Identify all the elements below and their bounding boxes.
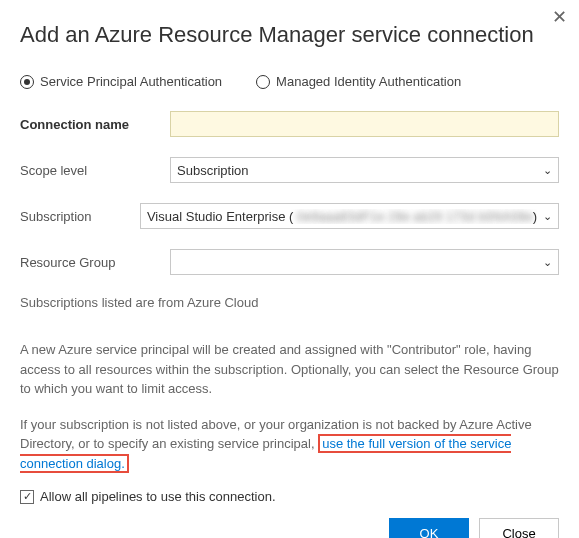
allow-pipelines-checkbox[interactable]: ✓ Allow all pipelines to use this connec… [20,489,559,504]
subscription-value: Visual Studio Enterprise ( 0e9aaa83dF1e … [147,209,537,224]
scope-level-value: Subscription [177,163,249,178]
connection-name-input[interactable] [170,111,559,137]
principal-note: A new Azure service principal will be cr… [20,340,559,399]
chevron-down-icon: ⌄ [543,164,552,177]
radio-service-principal[interactable]: Service Principal Authentication [20,74,222,89]
cloud-note: Subscriptions listed are from Azure Clou… [20,295,559,310]
dialog-buttons: OK Close [20,518,559,538]
radio-service-principal-label: Service Principal Authentication [40,74,222,89]
resource-group-label: Resource Group [20,255,170,270]
auth-type-group: Service Principal Authentication Managed… [20,74,559,89]
radio-managed-identity-label: Managed Identity Authentication [276,74,461,89]
subscription-label: Subscription [20,209,140,224]
fallback-note: If your subscription is not listed above… [20,415,559,474]
connection-name-label: Connection name [20,117,170,132]
chevron-down-icon: ⌄ [543,256,552,269]
close-icon[interactable]: ✕ [552,8,567,26]
radio-managed-identity[interactable]: Managed Identity Authentication [256,74,461,89]
scope-level-label: Scope level [20,163,170,178]
close-button[interactable]: Close [479,518,559,538]
radio-selected-icon [20,75,34,89]
resource-group-select[interactable]: ⌄ [170,249,559,275]
dialog-title: Add an Azure Resource Manager service co… [20,22,559,48]
subscription-select[interactable]: Visual Studio Enterprise ( 0e9aaa83dF1e … [140,203,559,229]
chevron-down-icon: ⌄ [543,210,552,223]
ok-button[interactable]: OK [389,518,469,538]
radio-unselected-icon [256,75,270,89]
scope-level-select[interactable]: Subscription ⌄ [170,157,559,183]
checkmark-icon: ✓ [20,490,34,504]
allow-pipelines-label: Allow all pipelines to use this connecti… [40,489,276,504]
